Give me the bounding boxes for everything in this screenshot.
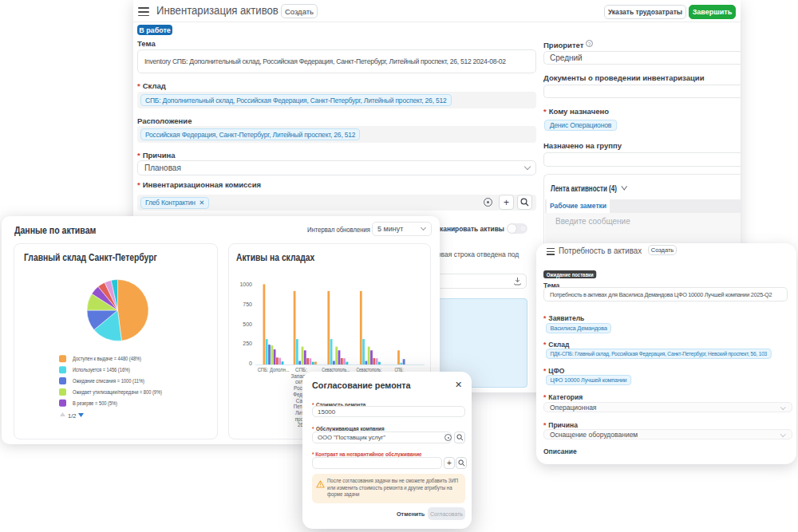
- svg-text:750: 750: [243, 301, 252, 307]
- svg-text:250: 250: [243, 341, 252, 346]
- svg-text:0: 0: [249, 361, 252, 366]
- svg-text:Доступен к выдаче = 4480 (48%): Доступен к выдаче = 4480 (48%): [73, 356, 141, 362]
- svg-text:СПБ: Дополн...: СПБ: Дополн...: [258, 367, 290, 373]
- svg-text:Ожидает утилизации/передачи =: Ожидает утилизации/передачи = 800 (9%): [73, 389, 162, 396]
- svg-text:СПБ:: СПБ:: [295, 367, 307, 372]
- svg-text:1/2: 1/2: [68, 412, 76, 420]
- svg-text:1000: 1000: [239, 282, 252, 287]
- svg-text:Используется = 1456 (16%): Используется = 1456 (16%): [73, 367, 130, 373]
- svg-text:В резерве = 500 (5%): В резерве = 500 (5%): [73, 400, 117, 407]
- svg-text:500: 500: [243, 321, 252, 327]
- svg-text:Ожидание списания = 1000 (11%): Ожидание списания = 1000 (11%): [73, 378, 144, 384]
